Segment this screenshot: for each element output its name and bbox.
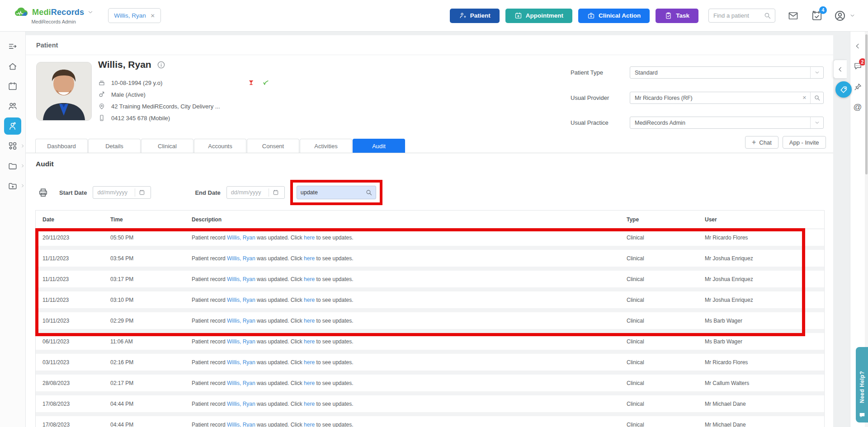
- see-updates-link[interactable]: here: [304, 380, 315, 386]
- see-updates-link[interactable]: here: [304, 359, 315, 366]
- calendar-icon[interactable]: [269, 189, 283, 196]
- scrollbar-thumb[interactable]: [865, 34, 868, 174]
- end-date-input-group[interactable]: [226, 186, 285, 199]
- new-appointment-button[interactable]: Appointment: [505, 9, 572, 23]
- table-row[interactable]: 20/11/2023 05:50 PM Patient record Willi…: [36, 229, 824, 250]
- sidebar-item-calendar[interactable]: [4, 78, 21, 95]
- find-patient-input[interactable]: [713, 12, 764, 19]
- sidebar-item-patients[interactable]: [4, 117, 21, 135]
- table-row[interactable]: 10/11/2023 02:29 PM Patient record Willi…: [36, 312, 824, 333]
- chevron-down-icon[interactable]: [811, 117, 823, 128]
- print-icon[interactable]: [38, 188, 48, 198]
- tab-activities[interactable]: Activities: [300, 139, 352, 153]
- close-patient-tab-icon[interactable]: ✕: [151, 13, 155, 19]
- info-icon[interactable]: [157, 61, 165, 69]
- chat-button[interactable]: +Chat: [745, 136, 778, 149]
- chevron-down-icon[interactable]: [811, 67, 823, 78]
- table-row[interactable]: 17/08/2023 04:44 PM Patient record Willi…: [36, 395, 824, 416]
- start-date-label: Start Date: [59, 189, 87, 196]
- cell-date: 03/11/2023: [36, 359, 110, 366]
- cell-date: 06/11/2023: [36, 338, 110, 345]
- search-icon[interactable]: [365, 189, 376, 196]
- main-content: Patient Willis, Ryan 10-08-1994 (29 y.o): [26, 35, 833, 427]
- table-row[interactable]: 28/08/2023 02:17 PM Patient record Willi…: [36, 375, 824, 395]
- calendar-icon[interactable]: [135, 189, 149, 196]
- collapse-panel-chevron-left-icon[interactable]: [854, 42, 861, 50]
- see-updates-link[interactable]: here: [304, 422, 315, 427]
- smoking-status-icon[interactable]: [263, 79, 270, 86]
- patient-record-link[interactable]: Willis, Ryan: [227, 255, 255, 262]
- tags-button[interactable]: [835, 81, 852, 98]
- medirecords-cloud-logo-icon: [14, 7, 29, 18]
- start-date-input-group[interactable]: [93, 186, 151, 199]
- see-updates-link[interactable]: here: [304, 235, 315, 241]
- tab-accounts[interactable]: Accounts: [194, 139, 246, 153]
- cell-time: 02:16 PM: [110, 359, 192, 366]
- app-invite-button[interactable]: App - Invite: [783, 136, 826, 149]
- mail-icon[interactable]: [787, 10, 799, 21]
- at-mentions-icon[interactable]: @: [853, 102, 862, 112]
- patient-record-link[interactable]: Willis, Ryan: [227, 276, 255, 282]
- see-updates-link[interactable]: here: [304, 297, 315, 303]
- patient-record-link[interactable]: Willis, Ryan: [227, 318, 255, 324]
- left-sidebar: [0, 32, 26, 427]
- open-patient-tab[interactable]: Willis, Ryan ✕: [108, 8, 161, 23]
- sidebar-item-waiting-room[interactable]: [4, 98, 21, 115]
- table-row[interactable]: 06/11/2023 11:06 AM Patient record Willi…: [36, 333, 824, 354]
- patient-record-link[interactable]: Willis, Ryan: [227, 359, 255, 366]
- app-logo[interactable]: MediRecords MediRecords Admin: [14, 7, 94, 24]
- sidebar-item-folder-add[interactable]: [4, 177, 21, 194]
- brand-chevron-down-icon[interactable]: [87, 9, 94, 15]
- cell-date: 17/08/2023: [36, 401, 110, 407]
- start-date-input[interactable]: [93, 189, 135, 196]
- profile-menu[interactable]: [834, 9, 855, 22]
- sidebar-expand-menu[interactable]: [4, 38, 21, 55]
- audit-search-box[interactable]: [297, 186, 376, 199]
- end-date-input[interactable]: [227, 189, 269, 196]
- usual-provider-field[interactable]: Mr Ricardo Flores (RF) ✕: [630, 92, 824, 104]
- appointments-inbox-icon[interactable]: 4: [811, 10, 823, 22]
- patient-type-select[interactable]: Standard: [630, 66, 824, 79]
- tab-audit[interactable]: Audit: [353, 139, 405, 153]
- patient-record-link[interactable]: Willis, Ryan: [227, 401, 255, 407]
- cell-user: Mr Callum Walters: [705, 380, 824, 386]
- tab-details[interactable]: Details: [88, 139, 141, 153]
- see-updates-link[interactable]: here: [304, 338, 315, 345]
- table-row[interactable]: 03/11/2023 02:16 PM Patient record Willi…: [36, 354, 824, 375]
- see-updates-link[interactable]: here: [304, 401, 315, 407]
- table-row[interactable]: 11/11/2023 03:54 PM Patient record Willi…: [36, 250, 824, 271]
- pin-icon[interactable]: [854, 83, 862, 91]
- patient-record-link[interactable]: Willis, Ryan: [227, 422, 255, 427]
- clear-provider-icon[interactable]: ✕: [799, 95, 810, 101]
- expand-side-panel-chevron-left-icon[interactable]: [833, 60, 847, 79]
- table-row[interactable]: 11/11/2023 03:10 PM Patient record Willi…: [36, 291, 824, 312]
- tab-clinical[interactable]: Clinical: [141, 139, 193, 153]
- find-patient-search[interactable]: [708, 9, 775, 23]
- table-row[interactable]: 17/08/2023 04:44 PM Patient record Willi…: [36, 416, 824, 427]
- see-updates-link[interactable]: here: [304, 255, 315, 262]
- sidebar-item-folder[interactable]: [4, 157, 21, 174]
- search-icon[interactable]: [811, 92, 823, 103]
- audit-search-input[interactable]: [297, 189, 360, 196]
- clinical-action-button[interactable]: Clinical Action: [578, 9, 650, 23]
- tab-consent[interactable]: Consent: [247, 139, 299, 153]
- patient-record-link[interactable]: Willis, Ryan: [227, 297, 255, 303]
- usual-practice-select[interactable]: MediRecords Admin: [630, 117, 824, 129]
- see-updates-link[interactable]: here: [304, 276, 315, 282]
- table-row[interactable]: 11/11/2023 03:17 PM Patient record Willi…: [36, 271, 824, 291]
- messages-icon[interactable]: 2: [853, 61, 863, 71]
- search-icon[interactable]: [764, 12, 771, 19]
- alcohol-status-icon[interactable]: [248, 79, 255, 86]
- new-patient-button[interactable]: Patient: [450, 9, 500, 23]
- cell-date: 11/11/2023: [36, 255, 110, 262]
- tab-dashboard[interactable]: Dashboard: [35, 139, 88, 153]
- new-task-button[interactable]: Task: [656, 9, 698, 23]
- patient-record-link[interactable]: Willis, Ryan: [227, 235, 255, 241]
- need-help-tab[interactable]: Need Help?: [856, 347, 868, 422]
- see-updates-link[interactable]: here: [304, 318, 315, 324]
- patient-record-link[interactable]: Willis, Ryan: [227, 338, 255, 345]
- sidebar-item-apps[interactable]: [4, 137, 21, 155]
- patient-record-link[interactable]: Willis, Ryan: [227, 380, 255, 386]
- sidebar-item-home[interactable]: [4, 58, 21, 75]
- patient-tabs: Dashboard Details Clinical Accounts Cons…: [26, 139, 833, 153]
